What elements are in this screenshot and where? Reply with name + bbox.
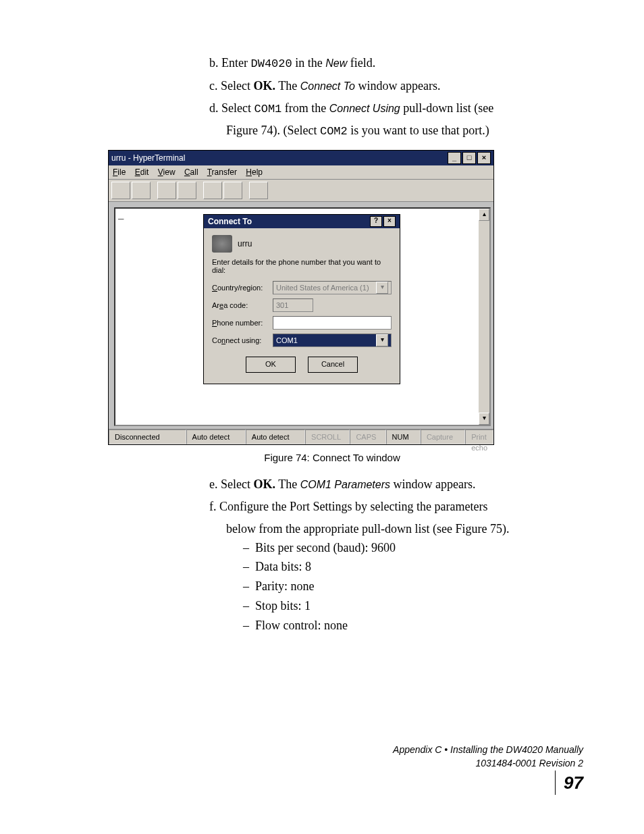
step-d-cont: Figure 74). (Select COM2 is you want to … xyxy=(226,122,583,140)
tool-send-icon[interactable] xyxy=(203,182,222,199)
area-code-field[interactable]: 301 xyxy=(273,298,313,312)
connect-to-dialog: Connect To ? × urru Enter details f xyxy=(203,214,400,384)
status-print-echo: Print echo xyxy=(465,429,493,444)
step-f-cont: below from the appropriate pull-down lis… xyxy=(226,520,583,538)
dialog-title: Connect To ? × xyxy=(204,215,400,228)
country-select[interactable]: United States of America (1)▾ xyxy=(273,281,392,294)
footer-line1: Appendix C • Installing the DW4020 Manua… xyxy=(393,744,583,755)
cursor: _ xyxy=(118,210,124,221)
scroll-down-icon[interactable]: ▾ xyxy=(479,413,489,425)
tool-properties-icon[interactable] xyxy=(249,182,268,199)
chevron-down-icon: ▾ xyxy=(376,282,388,294)
step-f: f. Configure the Port Settings by select… xyxy=(209,498,583,516)
maximize-button[interactable]: □ xyxy=(462,152,476,164)
menu-help[interactable]: Help xyxy=(246,167,263,177)
page-number: 97 xyxy=(555,771,583,795)
connect-using-label: Connect using: xyxy=(212,336,273,344)
minimize-button[interactable]: _ xyxy=(448,152,461,164)
menu-edit[interactable]: Edit xyxy=(135,167,149,177)
figure-caption: Figure 74: Connect To window xyxy=(81,452,583,463)
tool-new-icon[interactable] xyxy=(111,182,130,199)
bullet-baud: –Bits per second (baud): 9600 xyxy=(243,538,583,558)
figure-74: urru - HyperTerminal _ □ × File Edit Vie… xyxy=(108,150,583,445)
scrollbar[interactable]: ▴ ▾ xyxy=(479,209,489,425)
chevron-down-icon: ▾ xyxy=(376,334,388,346)
status-connection: Disconnected xyxy=(109,429,186,444)
status-detect1: Auto detect xyxy=(186,429,246,444)
menu-file[interactable]: File xyxy=(113,167,126,177)
menu-call[interactable]: Call xyxy=(184,167,198,177)
bullet-databits: –Data bits: 8 xyxy=(243,557,583,577)
bullet-flow: –Flow control: none xyxy=(243,616,583,635)
page-footer: Appendix C • Installing the DW4020 Manua… xyxy=(393,744,583,795)
step-d: d. Select COM1 from the Connect Using pu… xyxy=(209,99,583,118)
dialog-icon-row: urru xyxy=(212,235,392,253)
tool-receive-icon[interactable] xyxy=(223,182,242,199)
area-code-label: Area code: xyxy=(212,301,273,309)
tool-hangup-icon[interactable] xyxy=(178,182,196,199)
connect-using-select[interactable]: COM1▾ xyxy=(273,334,392,347)
system-buttons: _ □ × xyxy=(448,152,491,164)
titlebar: urru - HyperTerminal _ □ × xyxy=(109,151,493,165)
toolbar xyxy=(109,180,493,202)
phone-number-label: Phone number: xyxy=(212,319,273,327)
bullet-stopbits: –Stop bits: 1 xyxy=(243,596,583,616)
status-capture: Capture xyxy=(421,429,465,444)
close-button[interactable]: × xyxy=(477,152,491,164)
step-e: e. Select OK. The COM1 Parameters window… xyxy=(209,475,583,494)
scroll-up-icon[interactable]: ▴ xyxy=(479,209,489,221)
dialog-close-icon[interactable]: × xyxy=(383,216,396,227)
step-c: c. Select OK. The Connect To window appe… xyxy=(209,77,583,95)
terminal-area: _ ▴ ▾ Connect To ? × xyxy=(114,207,491,426)
country-label: Country/region: xyxy=(212,284,273,292)
status-scroll: SCROLL xyxy=(305,429,350,444)
cancel-button[interactable]: Cancel xyxy=(308,357,358,373)
hyperterminal-window: urru - HyperTerminal _ □ × File Edit Vie… xyxy=(108,150,494,445)
tool-call-icon[interactable] xyxy=(157,182,176,199)
workspace: _ ▴ ▾ Connect To ? × xyxy=(109,202,493,429)
window-title: urru - HyperTerminal xyxy=(111,151,185,165)
status-caps: CAPS xyxy=(350,429,385,444)
bullet-parity: –Parity: none xyxy=(243,577,583,596)
menu-view[interactable]: View xyxy=(158,167,176,177)
footer-line2: 1031484-0001 Revision 2 xyxy=(475,758,583,768)
menu-transfer[interactable]: Transfer xyxy=(207,167,237,177)
step-b: b. Enter DW4020 in the New field. xyxy=(209,54,583,73)
statusbar: Disconnected Auto detect Auto detect SCR… xyxy=(109,429,493,444)
ok-button[interactable]: OK xyxy=(246,357,296,373)
connection-icon xyxy=(212,235,232,253)
menubar: File Edit View Call Transfer Help xyxy=(109,165,493,180)
dialog-instruction: Enter details for the phone number that … xyxy=(212,258,392,274)
tool-open-icon[interactable] xyxy=(132,182,151,199)
connection-name: urru xyxy=(238,239,252,249)
status-detect2: Auto detect xyxy=(246,429,305,444)
help-icon[interactable]: ? xyxy=(370,216,382,227)
phone-number-field[interactable] xyxy=(273,316,392,330)
status-num: NUM xyxy=(386,429,421,444)
